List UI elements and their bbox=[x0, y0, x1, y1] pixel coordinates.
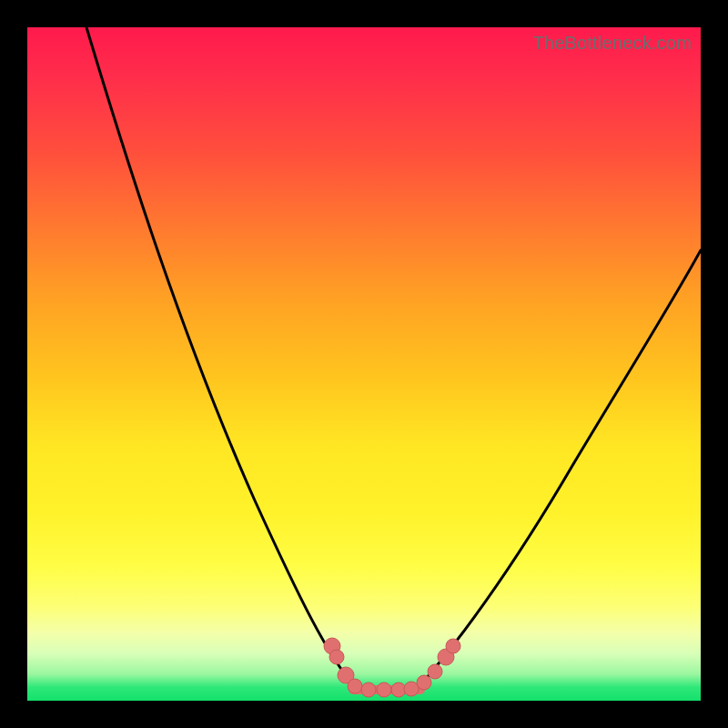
marker-dot bbox=[329, 650, 344, 664]
chart-frame: TheBottleneck.com bbox=[0, 0, 728, 728]
marker-dot bbox=[377, 682, 391, 697]
marker-dot bbox=[361, 682, 376, 697]
marker-dot bbox=[428, 664, 442, 679]
marker-dot bbox=[348, 679, 362, 693]
left-curve bbox=[86, 27, 355, 687]
marker-dot bbox=[446, 639, 460, 653]
right-curve bbox=[419, 250, 701, 687]
marker-dot bbox=[404, 682, 419, 696]
marker-dot bbox=[417, 675, 431, 690]
plot-area: TheBottleneck.com bbox=[27, 27, 701, 701]
curve-layer bbox=[27, 27, 701, 701]
